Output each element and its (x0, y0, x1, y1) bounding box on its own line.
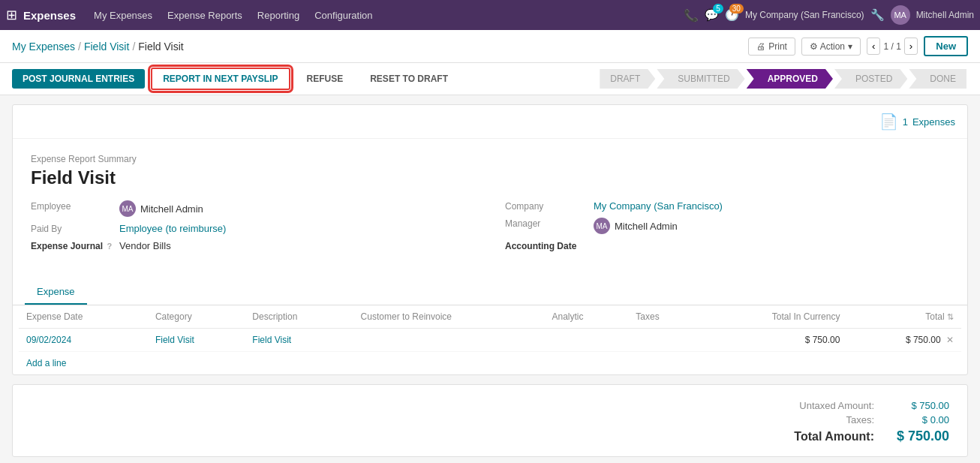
breadcrumb-sep-1: / (78, 41, 81, 53)
status-posted: POSTED (834, 69, 907, 89)
accounting-date-label: Accounting Date (505, 240, 588, 251)
company-name[interactable]: My Company (San Francisco) (745, 10, 864, 20)
action-buttons: POST JOURNAL ENTRIES REPORT IN NEXT PAYS… (12, 68, 458, 90)
th-expense-date: Expense Date (19, 305, 148, 329)
cell-date[interactable]: 09/02/2024 (19, 329, 148, 352)
totals-section: Untaxed Amount: $ 750.00 Taxes: $ 0.00 T… (13, 385, 967, 456)
breadcrumb-field-visit-2: Field Visit (138, 41, 183, 53)
menu-expense-reports[interactable]: Expense Reports (161, 7, 248, 24)
expense-table: Expense Date Category Description Custom… (19, 305, 961, 352)
main-content: 📄 1 Expenses Expense Report Summary Fiel… (0, 95, 980, 463)
sort-icon[interactable]: ⇅ (947, 312, 954, 321)
manager-avatar: MA (594, 218, 610, 234)
app-name[interactable]: Expenses (23, 9, 76, 22)
card-top: 📄 1 Expenses (13, 105, 967, 139)
totals-right: Untaxed Amount: $ 750.00 Taxes: $ 0.00 T… (31, 400, 949, 444)
add-line-button[interactable]: Add a line (19, 352, 74, 374)
document-icon: 📄 (879, 113, 898, 131)
doc-count-number: 1 (903, 116, 908, 128)
paidby-label: Paid By (31, 223, 113, 234)
menu-reporting[interactable]: Reporting (251, 7, 305, 24)
new-button[interactable]: New (924, 36, 968, 56)
pager-prev[interactable]: ‹ (867, 38, 880, 55)
user-name[interactable]: Mitchell Admin (916, 10, 974, 20)
cell-total-currency: $ 750.00 (698, 329, 848, 352)
th-taxes: Taxes (628, 305, 698, 329)
th-analytic: Analytic (544, 305, 628, 329)
untaxed-row: Untaxed Amount: $ 750.00 (762, 400, 949, 411)
status-submitted: SUBMITTED (657, 69, 744, 89)
employee-avatar: MA (119, 200, 136, 217)
phone-icon[interactable]: 📞 (684, 8, 699, 23)
status-approved: APPROVED (747, 69, 833, 89)
th-description: Description (245, 305, 353, 329)
chevron-down-icon: ▾ (848, 41, 852, 52)
cell-description[interactable]: Field Visit (245, 329, 353, 352)
right-fields: Company My Company (San Francisco) Manag… (505, 200, 949, 257)
journal-field-row: Expense Journal ? Vendor Bills (31, 240, 475, 251)
breadcrumb-sep-2: / (132, 41, 135, 53)
grid-icon[interactable]: ⊞ (6, 7, 17, 23)
left-fields: Employee MA Mitchell Admin Paid By Emplo… (31, 200, 475, 257)
table-header-row: Expense Date Category Description Custom… (19, 305, 961, 329)
action-button[interactable]: ⚙ Action ▾ (801, 38, 861, 56)
manager-value: MA Mitchell Admin (594, 218, 678, 234)
status-draft: DRAFT (600, 69, 655, 89)
activity-badge: 30 (729, 4, 744, 14)
pager-next[interactable]: › (904, 38, 918, 55)
paidby-value[interactable]: Employee (to reimburse) (119, 223, 226, 234)
tab-expense[interactable]: Expense (25, 280, 87, 305)
th-total: Total ⇅ (847, 305, 961, 329)
doc-count-label: Expenses (912, 116, 955, 128)
journal-value[interactable]: Vendor Bills (119, 240, 171, 251)
breadcrumb-my-expenses[interactable]: My Expenses (12, 41, 75, 53)
employee-field-row: Employee MA Mitchell Admin (31, 200, 475, 217)
company-value[interactable]: My Company (San Francisco) (594, 200, 723, 212)
action-label: ⚙ Action (810, 41, 845, 52)
help-icon[interactable]: ? (107, 242, 112, 251)
reset-draft-button[interactable]: RESET TO DRAFT (359, 69, 458, 89)
cell-taxes (628, 329, 698, 352)
print-button[interactable]: 🖨 Print (748, 38, 795, 56)
post-journal-button[interactable]: POST JOURNAL ENTRIES (12, 69, 145, 89)
th-total-currency: Total In Currency (698, 305, 848, 329)
breadcrumb-bar: My Expenses / Field Visit / Field Visit … (0, 30, 980, 63)
employee-name[interactable]: Mitchell Admin (140, 203, 203, 215)
expense-form-card: 📄 1 Expenses Expense Report Summary Fiel… (12, 104, 968, 375)
chat-badge: 5 (713, 4, 723, 14)
report-title[interactable]: Field Visit (31, 167, 949, 188)
breadcrumb: My Expenses / Field Visit / Field Visit (12, 41, 184, 53)
menu-configuration[interactable]: Configuration (308, 7, 378, 24)
journal-label: Expense Journal ? (31, 240, 113, 251)
action-bar: POST JOURNAL ENTRIES REPORT IN NEXT PAYS… (0, 63, 980, 95)
table-container: Expense Date Category Description Custom… (13, 305, 967, 374)
expenses-count[interactable]: 📄 1 Expenses (879, 113, 955, 131)
company-label: Company (505, 200, 588, 212)
delete-row-icon[interactable]: ✕ (946, 335, 954, 345)
taxes-row: Taxes: $ 0.00 (762, 414, 949, 425)
print-label: Print (768, 41, 787, 52)
activity-icon[interactable]: 🕐 30 (725, 8, 739, 22)
total-amount-label: Total Amount: (762, 430, 874, 443)
cell-category[interactable]: Field Visit (148, 329, 245, 352)
manager-name[interactable]: Mitchell Admin (615, 221, 678, 232)
totals-card: Untaxed Amount: $ 750.00 Taxes: $ 0.00 T… (12, 384, 968, 457)
breadcrumb-field-visit-1[interactable]: Field Visit (84, 41, 129, 53)
topnav-right: 📞 💬 5 🕐 30 My Company (San Francisco) 🔧 … (684, 5, 974, 25)
status-bar: DRAFT SUBMITTED APPROVED POSTED DONE (600, 69, 968, 89)
fields-grid: Employee MA Mitchell Admin Paid By Emplo… (31, 200, 949, 257)
total-amount-row: Total Amount: $ 750.00 (762, 428, 949, 444)
chat-icon[interactable]: 💬 5 (705, 8, 719, 22)
tools-icon[interactable]: 🔧 (870, 8, 885, 22)
refuse-button[interactable]: REFUSE (296, 69, 354, 89)
avatar[interactable]: MA (891, 5, 910, 25)
th-customer: Customer to Reinvoice (353, 305, 545, 329)
form-section: Expense Report Summary Field Visit Emplo… (13, 139, 967, 272)
report-payslip-button[interactable]: REPORT IN NEXT PAYSLIP (151, 68, 290, 90)
table-row: 09/02/2024 Field Visit Field Visit $ 750… (19, 329, 961, 352)
th-category: Category (148, 305, 245, 329)
menu-my-expenses[interactable]: My Expenses (88, 7, 158, 24)
top-navigation: ⊞ Expenses My Expenses Expense Reports R… (0, 0, 980, 30)
printer-icon: 🖨 (756, 41, 765, 52)
total-amount-value: $ 750.00 (889, 428, 949, 444)
